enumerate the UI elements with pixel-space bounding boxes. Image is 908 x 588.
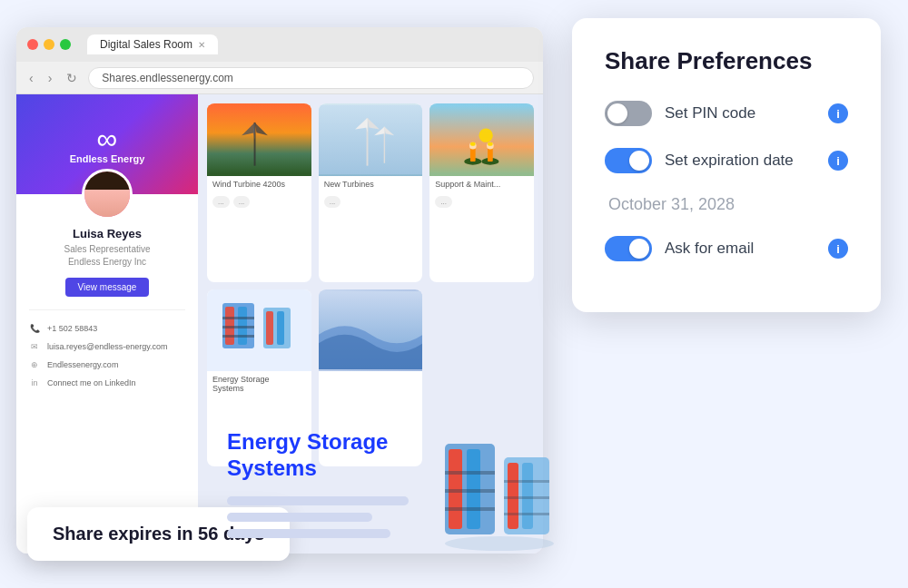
- pin-code-knob: [607, 103, 627, 123]
- close-button[interactable]: [27, 39, 38, 50]
- contact-sidebar: ∞ Endless Energy Luisa Reyes Sales Repre…: [16, 94, 198, 554]
- email-icon: ✉: [29, 341, 40, 352]
- ask-email-info-icon[interactable]: i: [828, 239, 848, 259]
- expiration-date-row: Set expiration date i: [605, 148, 848, 173]
- avatar: [82, 169, 133, 220]
- svg-rect-40: [508, 463, 518, 529]
- phone-text: +1 502 58843: [47, 324, 97, 333]
- wind-turbine-image: [207, 103, 311, 176]
- svg-rect-31: [277, 311, 284, 345]
- maximize-button[interactable]: [60, 39, 71, 50]
- pin-code-toggle[interactable]: [605, 101, 652, 126]
- ask-email-toggle[interactable]: [605, 236, 652, 261]
- pin-code-info-icon[interactable]: i: [828, 103, 848, 123]
- website-row: ⊕ Endlessenergy.com: [29, 356, 185, 374]
- grid-card-support[interactable]: Support & Maint... ...: [429, 103, 534, 282]
- contact-details: 📞 +1 502 58843 ✉ luisa.reyes@endless-ene…: [29, 309, 185, 392]
- ask-email-knob: [629, 239, 649, 259]
- expiration-knob: [629, 151, 649, 171]
- card3-controls: ...: [429, 192, 534, 211]
- svg-rect-27: [222, 326, 254, 328]
- address-bar[interactable]: Shares.endlessenergy.com: [88, 67, 534, 89]
- email-row: ✉ luisa.reyes@endless-energy.com: [29, 338, 185, 356]
- minimize-button[interactable]: [44, 39, 54, 50]
- svg-point-14: [479, 129, 493, 142]
- avatar-hair: [84, 172, 130, 190]
- tab-close-icon[interactable]: ✕: [198, 40, 205, 50]
- svg-rect-20: [488, 149, 493, 162]
- svg-rect-37: [445, 489, 495, 493]
- svg-rect-5: [319, 105, 423, 174]
- phone-icon: 📞: [29, 323, 40, 334]
- share-preferences-title: Share Preferences: [605, 47, 848, 75]
- avatar-face: [84, 172, 130, 217]
- card1-pill2[interactable]: ...: [233, 196, 251, 208]
- ask-email-row: Ask for email i: [605, 236, 848, 261]
- workers-image: [429, 103, 534, 176]
- wave-image: [319, 289, 423, 371]
- card2-controls: ...: [319, 192, 423, 211]
- view-message-button[interactable]: View message: [65, 278, 150, 297]
- grid-card-new-turbines[interactable]: New Turbines ...: [319, 103, 423, 282]
- energy-storage-title: Energy StorageSystems: [227, 429, 409, 482]
- svg-rect-36: [445, 471, 495, 475]
- svg-rect-30: [266, 311, 273, 345]
- phone-row: 📞 +1 502 58843: [29, 319, 185, 338]
- contact-title: Sales RepresentativeEndless Energy Inc: [29, 243, 185, 269]
- website-icon: ⊕: [29, 359, 40, 370]
- card1-pill1[interactable]: ...: [212, 196, 230, 208]
- card3-label: Support & Maint...: [429, 176, 534, 192]
- svg-rect-43: [504, 496, 549, 499]
- card2-pill[interactable]: ...: [324, 196, 341, 208]
- svg-rect-16: [470, 149, 476, 162]
- text-line-2: [227, 513, 372, 522]
- back-button[interactable]: ‹: [25, 69, 37, 87]
- svg-rect-44: [504, 513, 549, 515]
- website-text: Endlessenergy.com: [47, 360, 118, 369]
- contact-info: Luisa Reyes Sales RepresentativeEndless …: [16, 194, 198, 405]
- pin-code-label: Set PIN code: [665, 104, 815, 122]
- contact-header: ∞ Endless Energy: [16, 94, 198, 194]
- text-line-3: [227, 529, 390, 538]
- new-turbines-image: [319, 103, 423, 176]
- grid-card-wind-turbine[interactable]: Wind Turbine 4200s ... ...: [207, 103, 311, 282]
- expiration-toggle[interactable]: [605, 148, 652, 173]
- refresh-button[interactable]: ↻: [63, 69, 81, 87]
- expiration-info-icon[interactable]: i: [828, 151, 848, 171]
- company-name: Endless Energy: [70, 153, 145, 164]
- expiration-date-display: October 31, 2028: [605, 195, 848, 214]
- svg-rect-26: [222, 317, 254, 319]
- linkedin-row: in Connect me on LinkedIn: [29, 374, 185, 392]
- storage-image: [207, 289, 311, 371]
- email-text: luisa.reyes@endless-energy.com: [47, 342, 168, 351]
- big-storage-illustration: [436, 426, 563, 556]
- card1-controls: ... ...: [207, 192, 311, 211]
- card4-label: Energy StorageSystems: [207, 371, 311, 397]
- linkedin-icon: in: [29, 377, 40, 388]
- traffic-lights: [27, 39, 71, 50]
- svg-rect-28: [222, 335, 254, 338]
- svg-rect-38: [445, 507, 495, 511]
- card2-label: New Turbines: [319, 176, 423, 192]
- pin-code-row: Set PIN code i: [605, 101, 848, 126]
- share-preferences-panel: Share Preferences Set PIN code i Set exp…: [572, 18, 881, 312]
- energy-description-lines: [227, 496, 409, 538]
- forward-button[interactable]: ›: [44, 69, 56, 87]
- text-line-1: [227, 496, 409, 505]
- tab-label: Digital Sales Room: [100, 38, 192, 51]
- svg-rect-0: [207, 105, 311, 174]
- svg-rect-18: [470, 142, 476, 146]
- company-logo: ∞: [97, 124, 118, 153]
- browser-titlebar: Digital Sales Room ✕: [16, 27, 543, 62]
- browser-toolbar: ‹ › ↻ Shares.endlessenergy.com: [16, 62, 543, 94]
- contact-name: Luisa Reyes: [29, 227, 185, 240]
- card1-label: Wind Turbine 4200s: [207, 176, 311, 192]
- browser-tab[interactable]: Digital Sales Room ✕: [87, 34, 218, 54]
- svg-rect-22: [488, 142, 493, 146]
- svg-rect-41: [522, 463, 533, 529]
- svg-rect-42: [504, 480, 549, 483]
- card3-pill[interactable]: ...: [435, 196, 452, 208]
- svg-point-45: [445, 536, 554, 551]
- expiration-label: Set expiration date: [665, 152, 815, 170]
- linkedin-text: Connect me on LinkedIn: [47, 378, 136, 387]
